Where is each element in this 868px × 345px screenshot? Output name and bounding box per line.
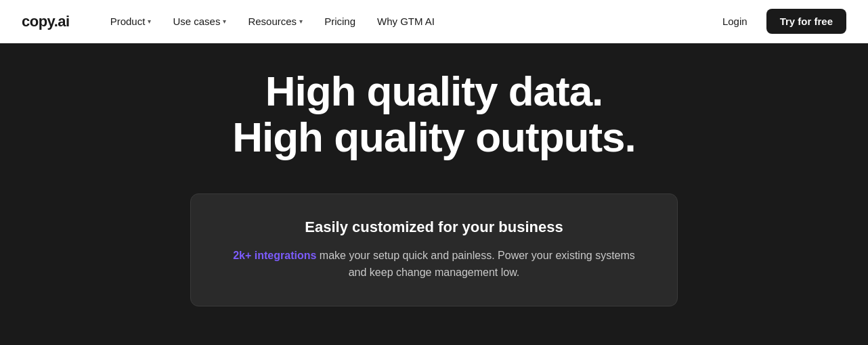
- hero-title-line1: High quality data.: [265, 68, 603, 114]
- chevron-down-icon: ▾: [148, 18, 151, 25]
- nav-links: Product ▾ Use cases ▾ Resources ▾ Pricin…: [102, 10, 714, 32]
- nav-right: Login Try for free: [714, 9, 846, 34]
- chevron-down-icon: ▾: [223, 18, 226, 25]
- hero-title-line2: High quality outputs.: [232, 114, 636, 160]
- hero-title: High quality data. High quality outputs.: [232, 68, 636, 160]
- nav-label-whygtmai: Why GTM AI: [377, 16, 435, 27]
- hero-card: Easily customized for your business 2k+ …: [190, 193, 678, 306]
- logo[interactable]: copy.ai: [22, 13, 70, 30]
- nav-label-product: Product: [110, 16, 146, 27]
- nav-label-pricing: Pricing: [324, 16, 355, 27]
- nav-item-product[interactable]: Product ▾: [102, 10, 160, 32]
- nav-label-usecases: Use cases: [173, 16, 220, 27]
- hero-highlight: 2k+ integrations: [233, 250, 316, 261]
- nav-item-resources[interactable]: Resources ▾: [240, 10, 311, 32]
- hero-section: High quality data. High quality outputs.…: [0, 43, 868, 345]
- chevron-down-icon: ▾: [299, 18, 303, 25]
- nav-label-resources: Resources: [248, 16, 297, 27]
- navbar: copy.ai Product ▾ Use cases ▾ Resources …: [0, 0, 868, 43]
- hero-card-title: Easily customized for your business: [223, 218, 645, 236]
- hero-card-desc-rest: make your setup quick and painless. Powe…: [316, 250, 634, 279]
- nav-item-usecases[interactable]: Use cases ▾: [165, 10, 234, 32]
- hero-card-desc: 2k+ integrations make your setup quick a…: [223, 247, 645, 281]
- login-link[interactable]: Login: [714, 10, 756, 32]
- nav-item-whygtmai[interactable]: Why GTM AI: [369, 10, 443, 32]
- nav-item-pricing[interactable]: Pricing: [316, 10, 364, 32]
- try-for-free-button[interactable]: Try for free: [766, 9, 846, 34]
